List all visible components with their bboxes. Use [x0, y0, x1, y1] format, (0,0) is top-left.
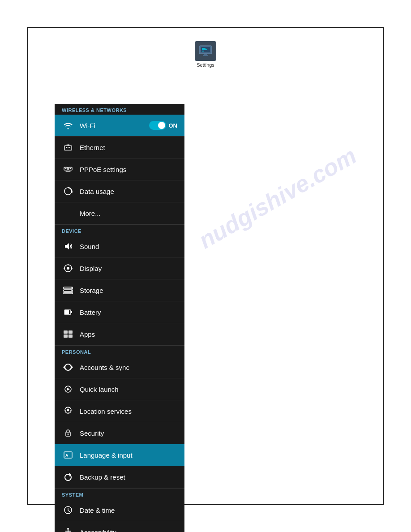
toggle-label: ON	[169, 122, 178, 129]
menu-item-backup[interactable]: Backup & reset	[55, 466, 184, 488]
svg-rect-35	[64, 330, 68, 334]
svg-rect-10	[69, 147, 70, 148]
data-usage-icon	[62, 185, 74, 197]
display-label: Display	[80, 265, 177, 272]
accounts-sync-label: Accounts & sync	[80, 364, 177, 371]
wifi-toggle[interactable]: ON	[149, 121, 178, 130]
section-header-wireless: WIRELESS & NETWORKS	[55, 104, 184, 115]
menu-item-security[interactable]: Security	[55, 422, 184, 444]
menu-item-location[interactable]: Location services	[55, 400, 184, 422]
menu-item-accounts-sync[interactable]: Accounts & sync	[55, 356, 184, 378]
settings-icon-label: Settings	[197, 62, 214, 68]
svg-point-50	[68, 433, 69, 435]
storage-label: Storage	[80, 287, 177, 294]
storage-icon	[62, 284, 74, 296]
toggle-track	[149, 121, 166, 130]
menu-item-storage[interactable]: Storage	[55, 279, 184, 301]
svg-point-30	[71, 287, 72, 288]
sound-label: Sound	[80, 243, 177, 250]
menu-item-more[interactable]: More...	[55, 202, 184, 224]
settings-sidebar: WIRELESS & NETWORKS Wi-Fi ON	[55, 104, 184, 532]
menu-item-pppoe[interactable]: PPPoE settings	[55, 159, 184, 180]
outer-border: Settings WIRELESS & NETWORKS Wi-Fi ON	[27, 27, 384, 505]
svg-point-22	[67, 267, 69, 270]
menu-item-display[interactable]: Display	[55, 257, 184, 279]
svg-point-16	[65, 168, 67, 169]
apps-label: Apps	[80, 330, 177, 338]
location-label: Location services	[80, 408, 177, 415]
svg-rect-6	[203, 55, 208, 56]
section-header-device: DEVICE	[55, 224, 184, 236]
svg-rect-34	[71, 311, 72, 313]
security-icon	[62, 427, 74, 439]
svg-marker-39	[71, 365, 73, 369]
ethernet-icon	[62, 141, 74, 154]
data-usage-label: Data usage	[80, 188, 177, 195]
svg-line-56	[68, 511, 70, 512]
accounts-sync-icon	[62, 361, 74, 373]
accessibility-icon	[62, 526, 74, 532]
settings-app-icon[interactable]: Settings	[192, 41, 219, 68]
backup-icon	[62, 471, 74, 483]
display-icon	[62, 262, 74, 275]
menu-item-accessibility[interactable]: Accessibility	[55, 521, 184, 532]
svg-marker-42	[67, 388, 70, 390]
more-label: More...	[80, 210, 177, 217]
menu-item-language[interactable]: A Language & input	[55, 444, 184, 466]
svg-rect-37	[64, 335, 68, 338]
more-icon	[62, 207, 74, 219]
svg-rect-38	[68, 335, 73, 338]
watermark: nudgishive.com	[194, 142, 361, 254]
toggle-thumb	[158, 122, 165, 129]
svg-rect-36	[68, 330, 73, 334]
svg-rect-33	[65, 310, 69, 314]
sound-icon	[62, 240, 74, 253]
svg-rect-29	[64, 292, 73, 294]
location-icon	[62, 405, 74, 417]
pppoe-icon	[62, 163, 74, 176]
menu-item-sound[interactable]: Sound	[55, 236, 184, 257]
svg-marker-40	[63, 365, 65, 369]
menu-item-wifi[interactable]: Wi-Fi ON	[55, 115, 184, 137]
section-header-system: SYSTEM	[55, 488, 184, 499]
section-header-personal: PERSONAL	[55, 345, 184, 356]
menu-item-ethernet[interactable]: Ethernet	[55, 137, 184, 159]
language-icon: A	[62, 449, 74, 461]
svg-rect-8	[66, 147, 67, 148]
svg-rect-5	[204, 54, 207, 55]
menu-item-quick-launch[interactable]: Quick launch	[55, 378, 184, 400]
wifi-label: Wi-Fi	[80, 122, 149, 129]
svg-point-44	[67, 409, 69, 412]
quick-launch-label: Quick launch	[80, 386, 177, 393]
language-label: Language & input	[80, 451, 177, 459]
menu-item-datetime[interactable]: Date & time	[55, 499, 184, 521]
menu-item-apps[interactable]: Apps	[55, 323, 184, 345]
svg-point-57	[67, 528, 69, 530]
settings-icon-image	[195, 41, 216, 61]
svg-point-31	[71, 290, 72, 291]
apps-icon	[62, 328, 74, 340]
svg-point-17	[70, 168, 71, 169]
battery-label: Battery	[80, 309, 177, 316]
wifi-icon	[62, 119, 74, 132]
datetime-label: Date & time	[80, 506, 177, 514]
menu-item-data-usage[interactable]: Data usage	[55, 180, 184, 202]
svg-text:A: A	[65, 453, 68, 458]
backup-label: Backup & reset	[80, 473, 177, 481]
quick-launch-icon	[62, 383, 74, 395]
battery-icon	[62, 306, 74, 318]
datetime-icon	[62, 504, 74, 516]
menu-item-battery[interactable]: Battery	[55, 301, 184, 323]
svg-rect-9	[68, 147, 68, 148]
ethernet-label: Ethernet	[80, 144, 177, 151]
accessibility-label: Accessibility	[80, 528, 177, 532]
svg-marker-20	[65, 243, 69, 249]
security-label: Security	[80, 429, 177, 437]
pppoe-label: PPPoE settings	[80, 166, 177, 173]
